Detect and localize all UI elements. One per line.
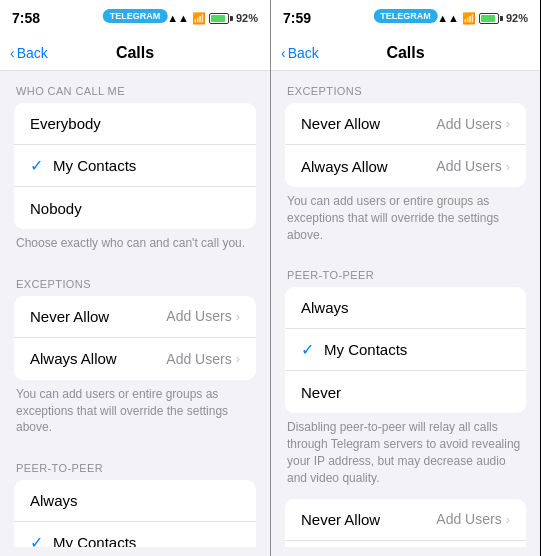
chevron-right-icon: › — [506, 116, 510, 131]
time-1: 7:58 — [12, 10, 40, 26]
never-allow-label-1: Never Allow — [30, 308, 166, 325]
chevron-right-icon: › — [236, 351, 240, 366]
section-header-p2p-1: PEER-TO-PEER — [0, 448, 270, 480]
nav-bar-2: ‹ Back Calls — [271, 36, 540, 71]
status-bar-1: 7:58 TELEGRAM ▲▲▲ 📶 92% — [0, 0, 270, 36]
list-item[interactable]: Never Allow Add Users › — [285, 103, 526, 145]
section-header-exceptions-2: EXCEPTIONS — [271, 71, 540, 103]
always-allow-s2: Always Allow — [301, 158, 436, 175]
list-item[interactable]: Always — [14, 480, 256, 522]
list-item[interactable]: ✓ My Contacts — [14, 522, 256, 547]
back-label-2: Back — [288, 45, 319, 61]
status-icons-2: ▲▲▲ 📶 92% — [426, 12, 528, 25]
never-allow-right-1[interactable]: Add Users › — [166, 308, 240, 324]
content-2: EXCEPTIONS Never Allow Add Users › Alway… — [271, 71, 540, 547]
back-label-1: Back — [17, 45, 48, 61]
telegram-pill-1: TELEGRAM — [103, 9, 168, 23]
status-icons-1: ▲▲▲ 📶 92% — [156, 12, 258, 25]
battery-2 — [479, 13, 503, 24]
exceptions-footer-s2: You can add users or entire groups as ex… — [271, 187, 540, 255]
p2p-footer-2: Disabling peer-to-peer will relay all ca… — [271, 413, 540, 498]
battery-percent-1: 92% — [236, 12, 258, 24]
option-nobody: Nobody — [30, 200, 240, 217]
never-allow-s2: Never Allow — [301, 115, 436, 132]
back-button-2[interactable]: ‹ Back — [281, 45, 319, 61]
section-header-p2p-2: PEER-TO-PEER — [271, 255, 540, 287]
list-item[interactable]: Always — [285, 287, 526, 329]
chevron-right-icon: › — [506, 512, 510, 527]
who-can-call-card: Everybody ✓ My Contacts Nobody — [14, 103, 256, 229]
list-item[interactable]: ✓ My Contacts — [285, 329, 526, 371]
exceptions-card-1: Never Allow Add Users › Always Allow Add… — [14, 296, 256, 380]
checkmark-icon: ✓ — [30, 533, 43, 547]
never-allow-right-s2-2[interactable]: Add Users › — [436, 511, 510, 527]
list-item[interactable]: Never Allow Add Users › — [285, 499, 526, 541]
content-1: WHO CAN CALL ME Everybody ✓ My Contacts … — [0, 71, 270, 547]
exceptions-footer-1: You can add users or entire groups as ex… — [0, 380, 270, 448]
list-item[interactable]: Always Allow Add Users › — [285, 541, 526, 547]
chevron-right-icon: › — [236, 309, 240, 324]
wifi-icon-2: 📶 — [462, 12, 476, 25]
never-allow-s2-2: Never Allow — [301, 511, 436, 528]
back-button-1[interactable]: ‹ Back — [10, 45, 48, 61]
battery-1 — [209, 13, 233, 24]
who-can-call-footer: Choose exactly who can and can't call yo… — [0, 229, 270, 264]
nav-bar-1: ‹ Back Calls — [0, 36, 270, 71]
p2p-card-1: Always ✓ My Contacts Never — [14, 480, 256, 547]
list-item[interactable]: Always Allow Add Users › — [285, 145, 526, 187]
telegram-pill-2: TELEGRAM — [373, 9, 438, 23]
chevron-right-icon: › — [506, 159, 510, 174]
screen1: 7:58 TELEGRAM ▲▲▲ 📶 92% ‹ Back Calls WHO… — [0, 0, 270, 556]
checkmark-icon: ✓ — [301, 340, 314, 359]
p2p-always-2: Always — [301, 299, 510, 316]
always-allow-label-1: Always Allow — [30, 350, 166, 367]
page-title-2: Calls — [386, 44, 424, 62]
p2p-my-contacts-1: My Contacts — [53, 534, 240, 547]
p2p-my-contacts-2: My Contacts — [324, 341, 510, 358]
status-bar-2: 7:59 TELEGRAM ▲▲▲ 📶 92% — [271, 0, 540, 36]
wifi-icon-1: 📶 — [192, 12, 206, 25]
screen2: 7:59 TELEGRAM ▲▲▲ 📶 92% ‹ Back Calls EXC… — [270, 0, 540, 556]
never-allow-right-s2[interactable]: Add Users › — [436, 116, 510, 132]
chevron-left-icon-2: ‹ — [281, 45, 286, 61]
list-item[interactable]: ✓ My Contacts — [14, 145, 256, 187]
option-everybody: Everybody — [30, 115, 240, 132]
p2p-card-2: Always ✓ My Contacts Never — [285, 287, 526, 413]
list-item[interactable]: Never Allow Add Users › — [14, 296, 256, 338]
section-header-exceptions-1: EXCEPTIONS — [0, 264, 270, 296]
battery-percent-2: 92% — [506, 12, 528, 24]
always-allow-right-1[interactable]: Add Users › — [166, 351, 240, 367]
page-title-1: Calls — [116, 44, 154, 62]
list-item[interactable]: Everybody — [14, 103, 256, 145]
chevron-left-icon-1: ‹ — [10, 45, 15, 61]
time-2: 7:59 — [283, 10, 311, 26]
list-item[interactable]: Nobody — [14, 187, 256, 229]
always-allow-right-s2[interactable]: Add Users › — [436, 158, 510, 174]
exceptions-card-s2-2: Never Allow Add Users › Always Allow Add… — [285, 499, 526, 547]
p2p-always-1: Always — [30, 492, 240, 509]
section-header-who-can-call: WHO CAN CALL ME — [0, 71, 270, 103]
list-item[interactable]: Always Allow Add Users › — [14, 338, 256, 380]
checkmark-icon: ✓ — [30, 156, 43, 175]
p2p-never-2: Never — [301, 384, 510, 401]
exceptions-card-s2-1: Never Allow Add Users › Always Allow Add… — [285, 103, 526, 187]
list-item[interactable]: Never — [285, 371, 526, 413]
option-my-contacts: My Contacts — [53, 157, 240, 174]
